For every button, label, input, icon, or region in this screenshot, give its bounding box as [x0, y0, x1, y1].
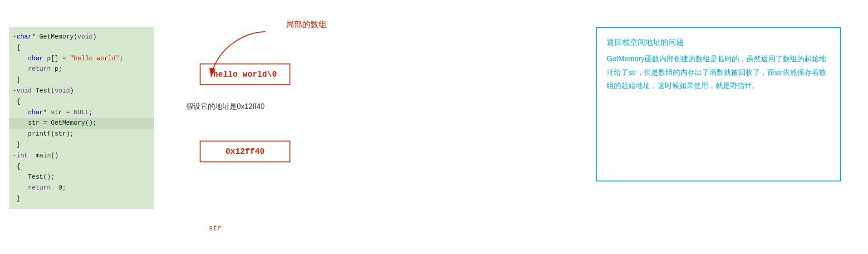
code-panel: -char* GetMemory(void) { char p[] = "hel…	[9, 27, 154, 209]
address-text: 0x12ff40	[226, 147, 265, 156]
hello-world-text: hello world\0	[213, 70, 277, 79]
code-line-13: {	[9, 161, 154, 172]
explanation-box: 返回栈空间地址的问题 GetMemory函数内部创建的数组是临时的，虽然返回了数…	[596, 27, 841, 181]
str-label: str	[209, 225, 222, 233]
code-line-5: }	[9, 75, 154, 86]
code-line-11: }	[9, 140, 154, 151]
code-line-15: return 0;	[9, 183, 154, 194]
address-box: 0x12ff40	[200, 141, 290, 162]
code-line-6: -void Test(void)	[9, 86, 154, 97]
address-assumption-label: 假设它的地址是0x12ff40	[186, 102, 265, 112]
code-line-12: -int main()	[9, 151, 154, 161]
hello-world-box: hello world\0	[200, 64, 290, 85]
code-line-10: printf(str);	[9, 129, 154, 140]
code-line-3: char p[] = "hello world";	[9, 54, 154, 64]
code-line-7: {	[9, 97, 154, 107]
local-array-label: 局部的数组	[286, 19, 327, 30]
explanation-title: 返回栈空间地址的问题	[607, 37, 830, 48]
code-line-8: char* str = NULL;	[9, 107, 154, 118]
code-line-2: {	[9, 43, 154, 54]
code-line-9: str = GetMemory();	[9, 118, 154, 129]
code-line-1: -char* GetMemory(void)	[9, 32, 154, 43]
explanation-body: GetMemory函数内部创建的数组是临时的，虽然返回了数组的起始地址给了str…	[607, 52, 830, 93]
code-line-14: Test();	[9, 172, 154, 183]
code-line-4: return p;	[9, 64, 154, 75]
code-line-16: }	[9, 194, 154, 205]
